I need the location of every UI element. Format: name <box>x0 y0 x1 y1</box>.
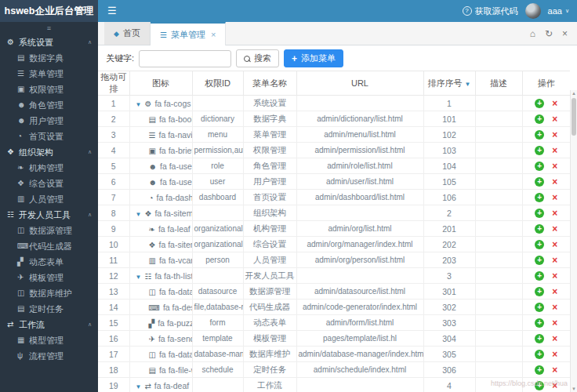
caret-down-icon[interactable]: ▼ <box>136 383 142 390</box>
user-avatar[interactable] <box>525 3 541 19</box>
add-child-button[interactable]: + <box>535 303 544 312</box>
table-row[interactable]: 11 ▥fa fa-vcard person 人员管理 admin/org/pe… <box>98 252 570 268</box>
column-header[interactable]: 图标 <box>129 71 192 96</box>
sidebar-collapse-toggle[interactable]: ≡ <box>0 22 98 34</box>
add-menu-button[interactable]: + 添加菜单 <box>284 49 343 67</box>
sidebar-section-system-settings[interactable]: ⚙ 系统设置 ∧ <box>0 34 98 50</box>
add-child-button[interactable]: + <box>535 256 544 265</box>
delete-button[interactable]: × <box>552 177 557 187</box>
sidebar-item-org-management[interactable]: ❧ 机构管理 <box>0 160 98 176</box>
column-header[interactable]: 拖动可排 <box>98 71 129 96</box>
table-row[interactable]: 8 ▼❖fa fa-sitemap 组织架构 2 +× <box>98 205 570 221</box>
delete-button[interactable]: × <box>552 146 557 155</box>
table-row[interactable]: 5 ☻fa fa-users role 角色管理 admin/role/list… <box>98 158 570 174</box>
sidebar-section-workflow[interactable]: ⇄ 工作流 ∧ <box>0 317 98 332</box>
sidebar-item-permission-management[interactable]: ▣ 权限管理 <box>0 82 98 97</box>
column-header[interactable]: URL <box>296 71 423 96</box>
caret-down-icon[interactable]: ▼ <box>136 211 142 218</box>
add-child-button[interactable]: + <box>535 318 544 328</box>
add-child-button[interactable]: + <box>535 271 544 281</box>
delete-button[interactable]: × <box>552 287 557 296</box>
sidebar-item-dynamic-form[interactable]: ▞ 动态表单 <box>0 254 98 270</box>
sidebar-item-scheduled-tasks[interactable]: ▤ 定时任务 <box>0 301 98 317</box>
tab-home[interactable]: ◆ 首页 <box>104 22 151 45</box>
sidebar-item-menu-management[interactable]: ☰ 菜单管理 <box>0 66 98 82</box>
column-header[interactable]: 操作 <box>522 71 570 96</box>
delete-button[interactable]: × <box>552 162 557 171</box>
delete-button[interactable]: × <box>552 193 557 202</box>
table-row[interactable]: 17 ◫fa fa-datab database-manag... 数据库维护 … <box>98 347 570 362</box>
table-row[interactable]: 3 ☰fa fa-navic menu 菜单管理 admin/menu/list… <box>98 127 570 143</box>
sidebar-section-organization[interactable]: ❖ 组织架构 ∧ <box>0 144 98 160</box>
delete-button[interactable]: × <box>552 240 557 249</box>
delete-button[interactable]: × <box>552 114 557 124</box>
sidebar-item-process-management[interactable]: ψ 流程管理 <box>0 348 98 364</box>
tab-menu-management[interactable]: ☰ 菜单管理 × <box>151 22 226 45</box>
user-menu[interactable]: aaa ∨ <box>548 6 569 16</box>
delete-button[interactable]: × <box>552 224 557 234</box>
sidebar-item-datasource-management[interactable]: ◫ 数据源管理 <box>0 223 98 238</box>
sidebar-item-code-generator[interactable]: ⌨ 代码生成器 <box>0 238 98 254</box>
sidebar-item-model-management[interactable]: ▦ 模型管理 <box>0 332 98 348</box>
table-row[interactable]: 1 ▼⚙fa fa-cogs 系统设置 1 +× <box>98 96 570 111</box>
add-child-button[interactable]: + <box>535 114 544 124</box>
sidebar-item-role-management[interactable]: ☻ 角色管理 <box>0 97 98 113</box>
sidebar-item-user-management[interactable]: ☻ 用户管理 <box>0 113 98 129</box>
tab-close-icon[interactable]: × <box>211 30 216 39</box>
scroll-down-button[interactable]: ▼ <box>571 387 577 391</box>
table-row[interactable]: 4 ▣fa fa-briefc permission,autz-... 权限管理… <box>98 143 570 158</box>
keyword-input[interactable] <box>139 50 231 67</box>
sidebar-section-developer-tools[interactable]: ☷ 开发人员工具 ∧ <box>0 207 98 223</box>
refresh-icon[interactable]: ↻ <box>545 28 553 39</box>
table-row[interactable]: 18 ▤fa fa-file-w schedule 定时任务 admin/sch… <box>98 362 570 378</box>
sidebar-toggle-button[interactable]: ☰ <box>98 0 126 22</box>
add-child-button[interactable]: + <box>535 209 544 218</box>
sidebar-item-personnel-management[interactable]: ▥ 人员管理 <box>0 191 98 207</box>
table-row[interactable]: 2 ▤fa fa-book dictionary 数据字典 admin/dict… <box>98 111 570 127</box>
sidebar-item-database-maintenance[interactable]: ◫ 数据库维护 <box>0 285 98 301</box>
sidebar-item-home-settings[interactable]: ◔ 首页设置 <box>0 129 98 144</box>
delete-button[interactable]: × <box>552 334 557 343</box>
scrollbar[interactable]: ▲ ▼ <box>570 90 577 392</box>
table-row[interactable]: 13 ◫fa fa-datab datasource 数据源管理 admin/d… <box>98 284 570 299</box>
table-row[interactable]: 15 ▞fa fa-puzzl form 动态表单 admin/form/lis… <box>98 315 570 331</box>
search-button[interactable]: 搜索 <box>236 49 279 67</box>
add-child-button[interactable]: + <box>535 334 544 343</box>
table-row[interactable]: 12 ▼☷fa fa-th-list 开发人员工具 3 +× <box>98 268 570 284</box>
table-row[interactable]: 10 ❖fa fa-sitem organizational,de... 综合设… <box>98 237 570 252</box>
delete-button[interactable]: × <box>552 350 557 359</box>
add-child-button[interactable]: + <box>535 130 544 140</box>
delete-button[interactable]: × <box>552 130 557 140</box>
delete-button[interactable]: × <box>552 209 557 218</box>
column-header[interactable]: 权限ID <box>192 71 243 96</box>
add-child-button[interactable]: + <box>535 177 544 187</box>
add-child-button[interactable]: + <box>535 224 544 234</box>
source-code-link[interactable]: ? 获取源代码 <box>463 5 518 17</box>
add-child-button[interactable]: + <box>535 350 544 359</box>
add-child-button[interactable]: + <box>535 287 544 296</box>
delete-button[interactable]: × <box>552 256 557 265</box>
table-row[interactable]: 16 ✈fa fa-send template 模板管理 pages/templ… <box>98 331 570 347</box>
home-icon[interactable]: ⌂ <box>530 28 535 39</box>
add-child-button[interactable]: + <box>535 162 544 171</box>
delete-button[interactable]: × <box>552 318 557 328</box>
scroll-up-button[interactable]: ▲ <box>571 91 577 96</box>
close-icon[interactable]: × <box>562 28 568 39</box>
table-row[interactable]: 7 ◔fa fa-dash dashboard 首页设置 admin/dashb… <box>98 190 570 205</box>
add-child-button[interactable]: + <box>535 365 544 375</box>
sidebar-item-template-management[interactable]: ✈ 模板管理 <box>0 270 98 285</box>
caret-down-icon[interactable]: ▼ <box>136 101 142 108</box>
table-row[interactable]: 6 ☻fa fa-user user 用户管理 admin/user/list.… <box>98 174 570 190</box>
add-child-button[interactable]: + <box>535 193 544 202</box>
delete-button[interactable]: × <box>552 303 557 312</box>
table-row[interactable]: 14 ⌨fa fa-deskt file,database-ma... 代码生成… <box>98 299 570 315</box>
column-header[interactable]: 排序序号▼ <box>423 71 475 96</box>
add-child-button[interactable]: + <box>535 99 544 108</box>
sidebar-item-data-dictionary[interactable]: ▤ 数据字典 <box>0 50 98 66</box>
delete-button[interactable]: × <box>552 99 557 108</box>
delete-button[interactable]: × <box>552 271 557 281</box>
delete-button[interactable]: × <box>552 365 557 375</box>
table-row[interactable]: 9 ❧fa fa-leaf organizational 机构管理 admin/… <box>98 221 570 237</box>
sidebar-item-org-settings[interactable]: ❖ 综合设置 <box>0 176 98 191</box>
add-child-button[interactable]: + <box>535 146 544 155</box>
